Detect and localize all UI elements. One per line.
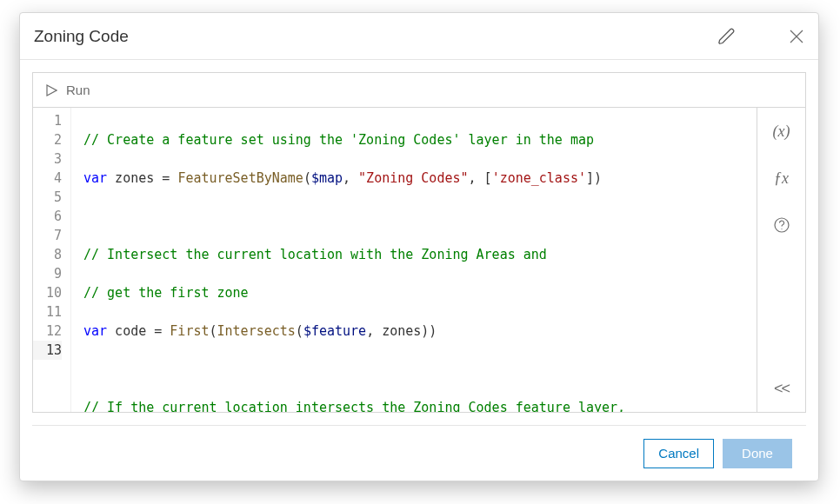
editor-container: 1 2 3 4 5 6 7 8 9 10 11 12 13 // Create … bbox=[32, 107, 806, 413]
line-number: 4 bbox=[33, 169, 62, 188]
dialog-footer: Cancel Done bbox=[32, 425, 806, 481]
dialog-body: Run 1 2 3 4 5 6 7 8 9 10 11 12 13 bbox=[20, 60, 818, 481]
line-number: 10 bbox=[33, 283, 62, 302]
line-number: 11 bbox=[33, 302, 62, 322]
line-number: 6 bbox=[33, 207, 62, 226]
line-number: 7 bbox=[33, 226, 62, 245]
close-icon[interactable] bbox=[789, 29, 804, 44]
line-number: 12 bbox=[33, 322, 62, 341]
globals-button[interactable]: (x) bbox=[768, 120, 796, 143]
line-number: 3 bbox=[33, 149, 62, 169]
run-toolbar: Run bbox=[32, 72, 806, 107]
run-button[interactable]: Run bbox=[45, 83, 90, 97]
dialog-header: Zoning Code bbox=[20, 13, 818, 60]
svg-point-4 bbox=[781, 229, 782, 229]
line-number: 2 bbox=[33, 130, 62, 149]
code-area[interactable]: // Create a feature set using the 'Zonin… bbox=[71, 108, 625, 412]
line-number: 1 bbox=[33, 111, 62, 130]
line-number: 8 bbox=[33, 245, 62, 264]
line-number: 9 bbox=[33, 264, 62, 283]
cancel-button[interactable]: Cancel bbox=[643, 439, 714, 468]
run-label: Run bbox=[66, 83, 90, 97]
dialog-title: Zoning Code bbox=[34, 27, 129, 46]
functions-button[interactable]: ƒx bbox=[768, 167, 796, 189]
code-editor[interactable]: 1 2 3 4 5 6 7 8 9 10 11 12 13 // Create … bbox=[33, 108, 757, 412]
line-number: 13 bbox=[33, 341, 62, 360]
help-button[interactable] bbox=[768, 214, 796, 236]
expression-dialog: Zoning Code Run 1 2 bbox=[19, 12, 819, 481]
done-button[interactable]: Done bbox=[723, 439, 792, 468]
edit-icon[interactable] bbox=[717, 27, 737, 46]
line-number: 5 bbox=[33, 188, 62, 207]
collapse-button[interactable]: << bbox=[768, 377, 796, 400]
line-gutter: 1 2 3 4 5 6 7 8 9 10 11 12 13 bbox=[33, 108, 71, 412]
svg-marker-2 bbox=[47, 85, 57, 96]
side-panel: (x) ƒx << bbox=[757, 108, 805, 412]
